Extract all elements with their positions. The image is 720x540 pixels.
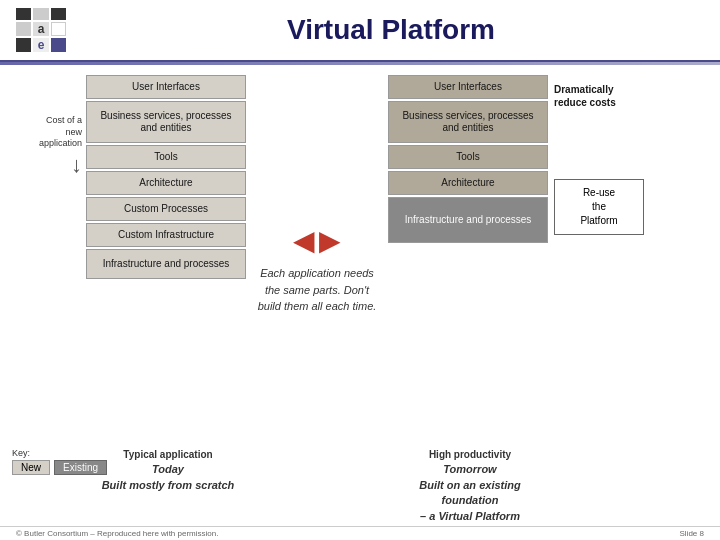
footer-copyright: © Butler Consortium – Reproduced here wi… [16,529,218,538]
left-box-tools: Tools [86,145,246,169]
right-box-architecture: Architecture [388,171,548,195]
main-content: Cost of a new application ↓ User Interfa… [0,65,720,444]
middle-description: Each application needs the same parts. D… [252,265,382,315]
left-box-infra-processes: Infrastructure and processes [86,249,246,279]
logo-cell [16,38,31,52]
reuse-box: Re-use the Platform [554,179,644,235]
left-box-architecture: Architecture [86,171,246,195]
footer: © Butler Consortium – Reproduced here wi… [0,526,720,540]
logo-cell [51,38,66,52]
left-box-custom-infra: Custom Infrastructure [86,223,246,247]
right-labels: Dramatically reduce costs Re-use the Pla… [554,75,644,444]
key-label: Key: [12,448,82,458]
key-new-box: New [12,460,50,475]
footer-slide: Slide 8 [680,529,704,538]
logo-cell [16,22,31,36]
left-box-custom-processes: Custom Processes [86,197,246,221]
logo-cell [16,8,31,20]
bottom-row: Key: New Existing Typical application To… [0,444,720,526]
left-box-user-interfaces: User Interfaces [86,75,246,99]
page-title: Virtual Platform [78,14,704,46]
high-productivity-section: High productivity Tomorrow Built on an e… [390,448,550,524]
left-arrow-icon: ◀ [293,224,315,257]
key-section: Key: New Existing [12,448,82,475]
cost-of-new-label: Cost of a new application [39,115,82,150]
left-box-business: Business services, processes and entitie… [86,101,246,143]
header: a e Virtual Platform [0,0,720,62]
right-box-tools: Tools [388,145,548,169]
typical-section: Typical application Today Built mostly f… [88,448,248,493]
middle-section: ◀ ▶ Each application needs the same part… [252,75,382,444]
left-stack: User Interfaces Business services, proce… [86,75,246,279]
right-stack: User Interfaces Business services, proce… [388,75,548,444]
logo-cell [51,22,66,36]
cost-label-section: Cost of a new application ↓ [12,75,82,176]
down-arrow-icon: ↓ [71,154,82,176]
logo-cell [51,8,66,20]
arrows-row: ◀ ▶ [293,224,341,257]
left-column: Cost of a new application ↓ User Interfa… [12,75,246,444]
right-arrow-icon: ▶ [319,224,341,257]
key-items: New Existing [12,460,82,475]
right-box-business: Business services, processes and entitie… [388,101,548,143]
logo-letter-e: e [33,38,48,52]
right-box-infra-processes: Infrastructure and processes [388,197,548,243]
logo: a e [16,8,66,52]
right-box-user-interfaces: User Interfaces [388,75,548,99]
logo-letter-a: a [33,22,48,36]
logo-cell [33,8,48,20]
dramatically-label: Dramatically reduce costs [554,83,644,109]
